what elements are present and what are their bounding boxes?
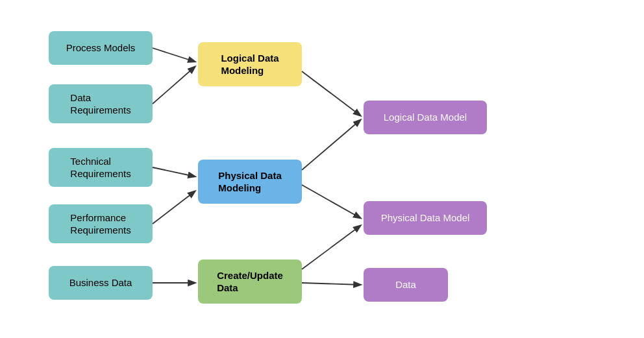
create-update-data-label: Create/UpdateData	[217, 269, 283, 295]
data-node: Data	[364, 268, 448, 302]
logical-data-model-node: Logical Data Model	[364, 101, 487, 134]
svg-line-9	[302, 283, 360, 285]
data-requirements-node: DataRequirements	[49, 84, 153, 123]
business-data-node: Business Data	[49, 266, 153, 300]
svg-line-5	[302, 71, 360, 115]
process-models-label: Process Models	[66, 42, 136, 54]
data-requirements-label: DataRequirements	[70, 91, 130, 117]
logical-data-modeling-node: Logical DataModeling	[198, 42, 302, 86]
technical-requirements-label: TechnicalRequirements	[70, 155, 130, 180]
physical-data-model-label: Physical Data Model	[381, 211, 470, 224]
svg-line-7	[302, 185, 360, 218]
technical-requirements-node: TechnicalRequirements	[49, 148, 153, 187]
business-data-label: Business Data	[69, 276, 132, 289]
performance-requirements-node: PerformanceRequirements	[49, 204, 153, 243]
create-update-data-node: Create/UpdateData	[198, 260, 302, 304]
svg-line-2	[153, 167, 195, 176]
logical-data-modeling-label: Logical DataModeling	[221, 52, 279, 77]
svg-line-6	[302, 120, 360, 170]
logical-data-model-label: Logical Data Model	[384, 111, 467, 124]
svg-line-1	[153, 67, 195, 104]
process-models-node: Process Models	[49, 31, 153, 65]
physical-data-model-node: Physical Data Model	[364, 201, 487, 235]
svg-line-8	[302, 226, 360, 269]
physical-data-modeling-node: Physical DataModeling	[198, 160, 302, 204]
svg-line-0	[153, 48, 195, 62]
data-label: Data	[395, 278, 416, 291]
performance-requirements-label: PerformanceRequirements	[70, 211, 130, 237]
physical-data-modeling-label: Physical DataModeling	[218, 169, 282, 195]
svg-line-3	[153, 191, 195, 224]
diagram: Process Models DataRequirements Technica…	[0, 0, 644, 338]
